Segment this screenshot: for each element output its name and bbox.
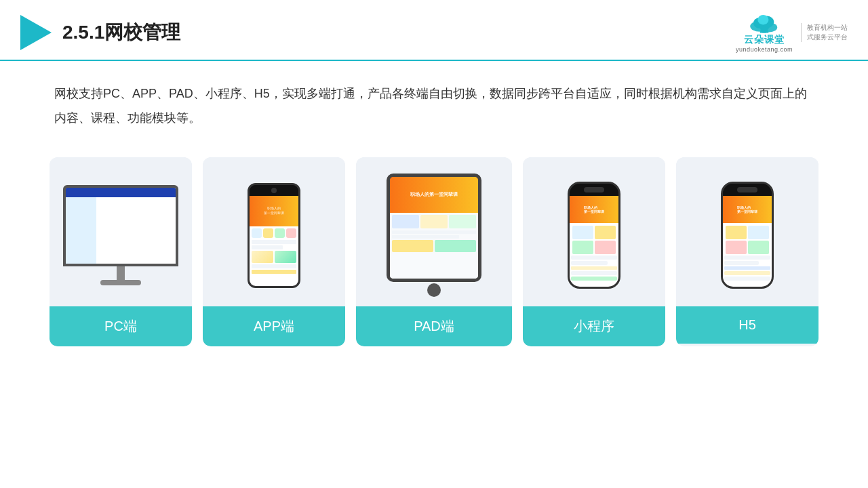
slogan-line2: 式服务云平台	[807, 33, 848, 42]
app-phone-icon: 职场人的第一堂同辈课	[248, 183, 300, 288]
card-app-image: 职场人的第一堂同辈课	[203, 157, 345, 306]
description-text: 网校支持PC、APP、PAD、小程序、H5，实现多端打通，产品各终端自由切换，数…	[0, 61, 868, 144]
card-pad-image: 职场人的第一堂同辈课	[356, 157, 512, 306]
card-app-label: APP端	[203, 306, 345, 346]
card-h5: 职场人的第一堂同辈课	[676, 157, 818, 346]
card-h5-label: H5	[676, 306, 818, 344]
card-pad: 职场人的第一堂同辈课	[356, 157, 512, 346]
brand-triangle-icon	[20, 15, 52, 50]
card-miniprogram-image: 职场人的第一堂同辈课	[523, 157, 665, 306]
card-pc-image	[50, 157, 192, 306]
svg-point-4	[757, 15, 768, 24]
slogan-line1: 教育机构一站	[807, 23, 848, 33]
card-h5-image: 职场人的第一堂同辈课	[676, 157, 818, 306]
cloud-icon	[748, 12, 781, 34]
svg-marker-6	[760, 28, 769, 33]
logo-sub-text: yunduoketang.com	[736, 46, 793, 53]
tablet-icon: 职场人的第一堂同辈课	[387, 174, 481, 297]
card-miniprogram-label: 小程序	[523, 306, 665, 346]
card-pc: PC端	[50, 157, 192, 346]
card-app: 职场人的第一堂同辈课	[203, 157, 345, 346]
miniprogram-phone-icon: 职场人的第一堂同辈课	[568, 182, 620, 289]
card-pc-label: PC端	[50, 306, 192, 346]
card-miniprogram: 职场人的第一堂同辈课	[523, 157, 665, 346]
cloud-logo: 云朵课堂 yunduoketang.com	[736, 12, 793, 53]
logo-slogan: 教育机构一站 式服务云平台	[801, 23, 848, 42]
page-title: 2.5.1网校管理	[62, 20, 180, 45]
h5-phone-icon: 职场人的第一堂同辈课	[721, 182, 774, 289]
logo-main-text: 云朵课堂	[744, 34, 785, 46]
header-left: 2.5.1网校管理	[20, 15, 180, 50]
header: 2.5.1网校管理 云朵课堂 yunduoketang.com 教育机构一站 式…	[0, 0, 868, 61]
description-content: 网校支持PC、APP、PAD、小程序、H5，实现多端打通，产品各终端自由切换，数…	[54, 87, 807, 125]
pc-monitor-icon	[62, 185, 180, 285]
platform-cards: PC端 职场人的第一堂同辈课	[0, 144, 868, 367]
header-right: 云朵课堂 yunduoketang.com 教育机构一站 式服务云平台	[736, 12, 848, 53]
card-pad-label: PAD端	[356, 306, 512, 346]
